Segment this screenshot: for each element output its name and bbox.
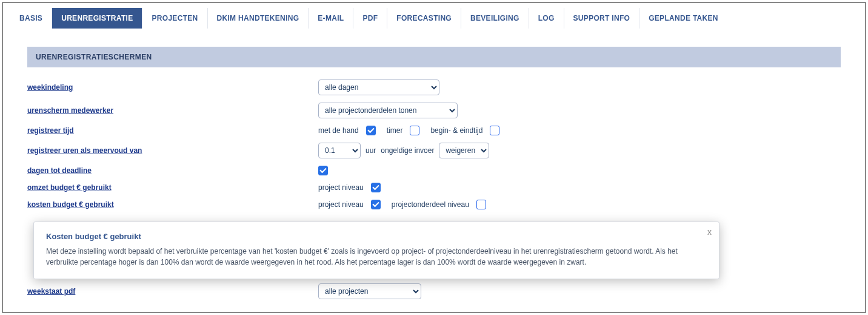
tab-projecten[interactable]: PROJECTEN <box>142 8 207 29</box>
select-weekstaat[interactable]: alle projecten <box>318 283 421 299</box>
label-registreer-tijd[interactable]: registreer tijd <box>27 126 318 135</box>
label-urenscherm[interactable]: urenscherm medewerker <box>27 106 318 115</box>
text-omzet-project-niveau: project niveau <box>318 183 364 192</box>
tab-basis[interactable]: BASIS <box>10 8 52 29</box>
tab-bar: BASISURENREGISTRATIEPROJECTENDKIM HANDTE… <box>3 3 865 29</box>
tab-log[interactable]: LOG <box>529 8 564 29</box>
close-icon[interactable]: x <box>707 227 712 237</box>
section-header: URENREGISTRATIESCHERMEN <box>27 47 841 67</box>
checkbox-begin-eindtijd[interactable] <box>490 126 499 135</box>
text-begin-eindtijd: begin- & eindtijd <box>430 126 482 135</box>
checkbox-kosten-onderdeel-niveau[interactable] <box>476 200 486 209</box>
row-kosten: kosten budget € gebruikt project niveau … <box>27 196 841 213</box>
checkbox-deadline[interactable] <box>318 166 328 175</box>
select-weekindeling[interactable]: alle dagen <box>318 80 439 95</box>
text-met-de-hand: met de hand <box>318 126 359 135</box>
select-ongeldige-invoer[interactable]: weigeren <box>439 143 489 158</box>
tab-beveiliging[interactable]: BEVEILIGING <box>461 8 529 29</box>
tab-forecasting[interactable]: FORECASTING <box>387 8 461 29</box>
checkbox-kosten-project-niveau[interactable] <box>371 200 381 209</box>
text-uur: uur <box>366 146 376 155</box>
row-weekstaat: weekstaat pdf alle projecten <box>27 280 841 303</box>
tab-geplande-taken[interactable]: GEPLANDE TAKEN <box>639 8 727 29</box>
label-omzet[interactable]: omzet budget € gebruikt <box>27 183 318 192</box>
app-window: BASISURENREGISTRATIEPROJECTENDKIM HANDTE… <box>2 2 866 313</box>
popup-body: Met deze instelling wordt bepaald of het… <box>46 246 707 268</box>
row-omzet: omzet budget € gebruikt project niveau <box>27 179 841 196</box>
row-meervoud: registreer uren als meervoud van 0.1 uur… <box>27 139 841 162</box>
label-kosten[interactable]: kosten budget € gebruikt <box>27 200 318 209</box>
select-meervoud-value[interactable]: 0.1 <box>318 143 361 158</box>
select-urenscherm[interactable]: alle projectonderdelen tonen <box>318 103 458 118</box>
tab-dkim-handtekening[interactable]: DKIM HANDTEKENING <box>208 8 309 29</box>
checkbox-timer[interactable] <box>410 126 419 135</box>
text-timer: timer <box>387 126 403 135</box>
tab-urenregistratie[interactable]: URENREGISTRATIE <box>52 8 142 29</box>
tab-support-info[interactable]: SUPPORT INFO <box>564 8 640 29</box>
checkbox-omzet-project-niveau[interactable] <box>371 183 381 192</box>
label-deadline[interactable]: dagen tot deadline <box>27 166 318 175</box>
text-kosten-project-niveau: project niveau <box>318 200 364 209</box>
row-urenscherm: urenscherm medewerker alle projectonderd… <box>27 99 841 122</box>
checkbox-met-de-hand[interactable] <box>366 126 376 135</box>
tooltip-popup: x Kosten budget € gebruikt Met deze inst… <box>33 222 719 279</box>
text-ongeldige-invoer: ongeldige invoer <box>381 146 434 155</box>
row-deadline: dagen tot deadline <box>27 162 841 179</box>
text-kosten-onderdeel-niveau: projectonderdeel niveau <box>392 200 469 209</box>
row-weekindeling: weekindeling alle dagen <box>27 76 841 99</box>
label-weekindeling[interactable]: weekindeling <box>27 83 318 92</box>
tab-pdf[interactable]: PDF <box>353 8 387 29</box>
label-meervoud[interactable]: registreer uren als meervoud van <box>27 146 318 155</box>
label-weekstaat[interactable]: weekstaat pdf <box>27 287 318 296</box>
tab-e-mail[interactable]: E-MAIL <box>309 8 353 29</box>
popup-title: Kosten budget € gebruikt <box>46 232 707 241</box>
row-registreer-tijd: registreer tijd met de hand timer begin-… <box>27 122 841 139</box>
